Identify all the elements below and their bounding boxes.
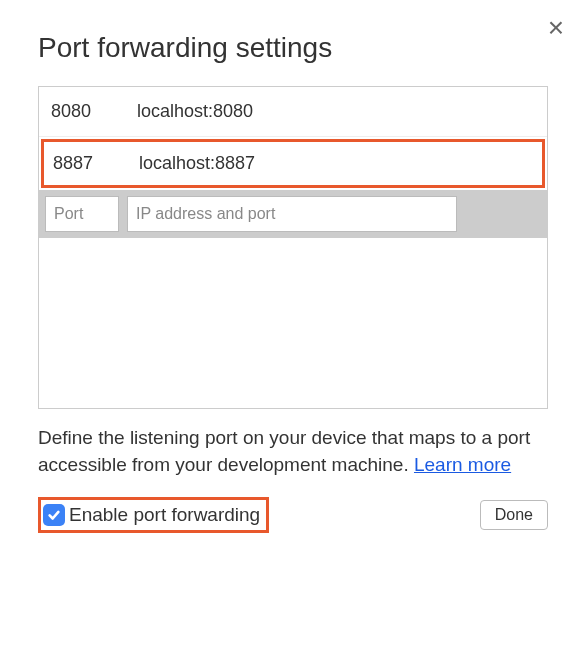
mapping-input-row [39, 190, 547, 238]
close-icon: × [548, 12, 564, 43]
enable-forwarding-checkbox-wrap[interactable]: Enable port forwarding [38, 497, 269, 533]
description-text: Define the listening port on your device… [38, 425, 548, 479]
mapping-row[interactable]: 8080 localhost:8080 [39, 87, 547, 137]
address-input[interactable] [127, 196, 457, 232]
close-button[interactable]: × [548, 14, 564, 42]
mappings-list: 8080 localhost:8080 8887 localhost:8887 [38, 86, 548, 409]
learn-more-link[interactable]: Learn more [414, 454, 511, 475]
dialog-title: Port forwarding settings [38, 32, 548, 64]
port-input[interactable] [45, 196, 119, 232]
mapping-port: 8080 [51, 101, 137, 122]
dialog-footer: Enable port forwarding Done [38, 497, 548, 533]
mapping-address: localhost:8887 [139, 153, 533, 174]
mapping-address: localhost:8080 [137, 101, 535, 122]
checkbox-checked-icon [43, 504, 65, 526]
mapping-port: 8887 [53, 153, 139, 174]
done-button[interactable]: Done [480, 500, 548, 530]
port-forwarding-dialog: × Port forwarding settings 8080 localhos… [0, 0, 586, 565]
mapping-row[interactable]: 8887 localhost:8887 [41, 139, 545, 188]
checkbox-label: Enable port forwarding [69, 504, 260, 526]
